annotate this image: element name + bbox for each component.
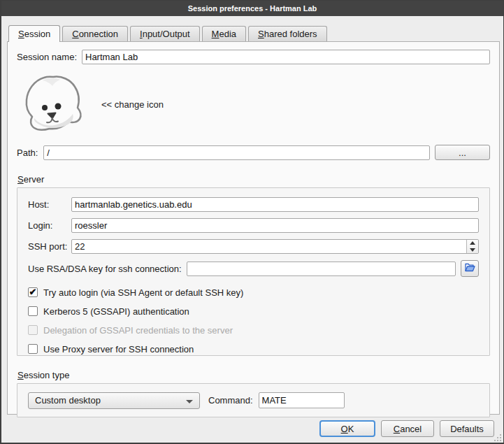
checkbox-box: ✔	[28, 306, 38, 316]
ssh-port-input[interactable]	[71, 239, 479, 254]
command-label: Command:	[208, 395, 253, 406]
cancel-button[interactable]: Cancel	[381, 420, 434, 437]
checkbox-box: ✔	[28, 344, 38, 354]
path-input[interactable]	[43, 145, 430, 160]
session-name-label: Session name:	[17, 52, 77, 62]
checkbox-use-proxy-label: Use Proxy server for SSH connection	[43, 344, 194, 355]
tab-connection[interactable]: Connection	[62, 26, 128, 41]
server-group-label: Server	[17, 174, 499, 185]
dialog-button-row: OK Cancel Defaults	[319, 420, 494, 437]
login-label: Login:	[28, 220, 71, 231]
path-label: Path:	[17, 148, 38, 158]
session-type-dropdown-value: Custom desktop	[35, 395, 101, 406]
chevron-down-icon	[186, 400, 193, 403]
change-icon-label: << change icon	[101, 99, 164, 110]
checkbox-gssapi-delegation-label: Delegation of GSSAPI credentials to the …	[43, 325, 233, 336]
checkbox-gssapi-delegation: ✔ Delegation of GSSAPI credentials to th…	[28, 324, 479, 336]
host-input[interactable]	[71, 197, 479, 212]
tab-shared-folders[interactable]: Shared folders	[248, 26, 327, 41]
rsa-key-label: Use RSA/DSA key for ssh connection:	[28, 264, 182, 274]
window-title: Session preferences - Hartman Lab	[188, 4, 317, 13]
tab-input-output[interactable]: Input/Output	[130, 26, 200, 41]
server-group-box: Host: Login: SSH port: Use RSA/DSA key	[17, 187, 490, 356]
resize-grip[interactable]	[494, 434, 501, 441]
session-name-input[interactable]	[82, 50, 490, 64]
tab-connection-label: Connection	[72, 29, 118, 39]
checkbox-try-auto-login[interactable]: ✔ Try auto login (via SSH Agent or defau…	[28, 286, 479, 299]
checkbox-box: ✔	[28, 287, 38, 297]
command-input[interactable]	[259, 392, 345, 408]
host-label: Host:	[28, 199, 71, 210]
ssh-port-increment-button[interactable]	[467, 240, 478, 247]
session-type-dropdown[interactable]: Custom desktop	[28, 392, 200, 409]
arrow-down-icon	[470, 248, 475, 252]
checkbox-use-proxy[interactable]: ✔ Use Proxy server for SSH connection	[28, 343, 479, 355]
tab-media[interactable]: Media	[202, 26, 246, 41]
session-preferences-dialog: Session preferences - Hartman Lab Sessio…	[0, 0, 504, 444]
tab-input-output-label: Input/Output	[140, 29, 190, 39]
rsa-key-input[interactable]	[187, 262, 456, 276]
ssh-port-label: SSH port:	[28, 241, 71, 252]
ssh-port-spinbox	[71, 239, 479, 254]
rsa-key-browse-button[interactable]	[461, 260, 479, 277]
checkbox-kerberos[interactable]: ✔ Kerberos 5 (GSSAPI) authentication	[28, 305, 479, 317]
session-type-group-box: Custom desktop Command:	[17, 383, 490, 417]
checkbox-box: ✔	[28, 325, 38, 335]
window-titlebar[interactable]: Session preferences - Hartman Lab	[1, 1, 503, 16]
checkbox-kerberos-label: Kerberos 5 (GSSAPI) authentication	[43, 306, 189, 317]
session-icon-button[interactable]	[22, 75, 85, 134]
ok-button[interactable]: OK	[319, 420, 375, 437]
defaults-button[interactable]: Defaults	[440, 420, 494, 437]
arrow-up-icon	[470, 241, 475, 245]
tab-shared-folders-label: Shared folders	[258, 29, 317, 39]
login-input[interactable]	[71, 218, 479, 233]
tab-session[interactable]: Session	[8, 25, 60, 42]
tab-media-label: Media	[212, 29, 236, 39]
cancel-button-label: Cancel	[394, 424, 422, 434]
open-folder-icon	[464, 262, 475, 275]
check-icon: ✔	[29, 287, 37, 296]
tab-session-label: Session	[18, 29, 50, 39]
checkbox-try-auto-login-label: Try auto login (via SSH Agent or default…	[43, 287, 243, 298]
ok-button-label: OK	[341, 424, 354, 434]
tab-bar: Session Connection Input/Output Media Sh…	[8, 25, 329, 41]
ssh-port-decrement-button[interactable]	[467, 247, 478, 254]
seal-icon	[22, 125, 85, 136]
session-type-group-label: Session type	[17, 370, 499, 380]
path-browse-button[interactable]: ...	[435, 145, 490, 160]
session-tab-panel: Session name: << change icon	[7, 41, 500, 415]
